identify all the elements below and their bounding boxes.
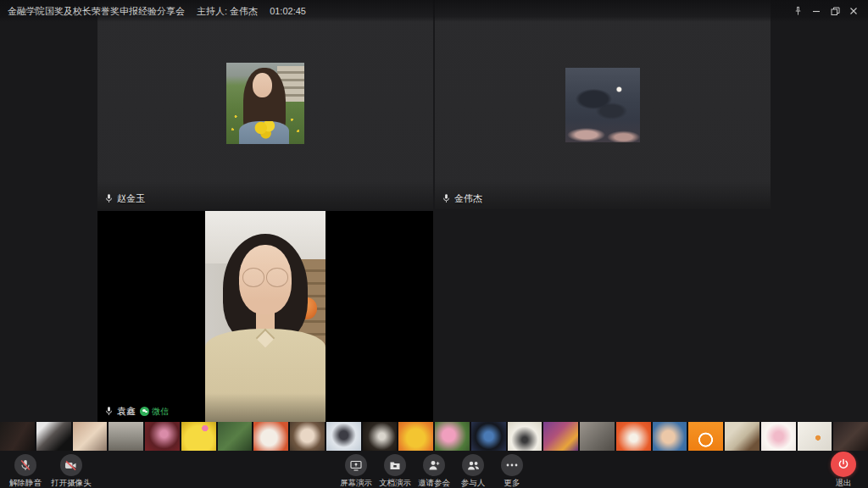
more-icon: [506, 463, 518, 467]
avatar-face-detail: [253, 73, 272, 97]
doc-share-icon: [389, 460, 401, 471]
participant-name-tag: 金伟杰: [442, 192, 482, 205]
meeting-duration: 01:02:45: [270, 6, 306, 16]
screen-share-button[interactable]: 屏幕演示: [337, 452, 375, 488]
meeting-window: 赵金玉 金伟杰: [0, 0, 868, 488]
close-button[interactable]: [844, 3, 863, 19]
thumb-laughing-emoji-avatar[interactable]: [398, 422, 433, 451]
minimize-button[interactable]: [807, 3, 826, 19]
avatar-dandelions-detail: [254, 121, 276, 139]
doc-share-label: 文档演示: [379, 478, 411, 488]
meeting-title: 金融学院国奖及校长荣誉奖申报经验分享会: [8, 5, 185, 18]
avatar-jinweijie-night-sky: [565, 68, 640, 142]
thumb-portrait-avatar[interactable]: [73, 422, 108, 451]
wechat-icon: [140, 407, 149, 416]
thumb-yellow-emoji-bow-avatar[interactable]: [181, 422, 216, 451]
participants-label: 参与人: [461, 478, 486, 488]
thumb-masked-person-avatar[interactable]: [363, 422, 398, 451]
thumb-earth-avatar[interactable]: [471, 422, 506, 451]
mic-on-icon: [105, 193, 113, 204]
video-tile-jinweijie[interactable]: 金伟杰: [435, 0, 771, 209]
participant-name-tag: 袁鑫 微信: [105, 405, 169, 418]
minimize-icon: [812, 7, 821, 15]
more-label: 更多: [504, 478, 520, 488]
thumb-woman-blue-avatar[interactable]: [653, 422, 687, 451]
thumb-blurry-portrait-avatar[interactable]: [580, 422, 615, 451]
screen-share-label: 屏幕演示: [340, 478, 372, 488]
mic-on-icon: [442, 193, 450, 204]
video-glasses-detail: [242, 268, 288, 286]
camera-off-icon: [64, 460, 77, 471]
thumb-snow-portrait-avatar[interactable]: [326, 422, 361, 451]
bottom-toolbar: 解除静音 打开摄像头: [0, 451, 868, 488]
more-button[interactable]: 更多: [493, 452, 531, 488]
open-camera-button[interactable]: 打开摄像头: [49, 452, 93, 488]
thumb-pumpkin-line-avatar[interactable]: [688, 422, 723, 451]
participant-name: 袁鑫: [117, 405, 136, 418]
video-shirt-detail: [205, 329, 326, 422]
toolbar-center-group: 屏幕演示 文档演示 邀: [337, 452, 531, 488]
thumb-pink-cat-drawing-avatar[interactable]: [761, 422, 796, 451]
close-icon: [849, 7, 858, 15]
participant-name: 赵金玉: [117, 192, 145, 205]
doc-share-button[interactable]: 文档演示: [376, 452, 414, 488]
invite-button[interactable]: 邀请参会: [415, 452, 453, 488]
thumb-sheet-music-avatar[interactable]: [725, 422, 760, 451]
video-tile-zhaojinyu[interactable]: 赵金玉: [97, 0, 433, 209]
unmute-label: 解除静音: [9, 478, 42, 488]
toolbar-left-group: 解除静音 打开摄像头: [7, 452, 93, 488]
mic-on-icon: [105, 406, 113, 417]
window-controls: [788, 3, 863, 19]
video-collar-detail: [256, 328, 275, 347]
thumb-orange-cartoon-avatar[interactable]: [616, 422, 651, 451]
invite-icon: [428, 459, 440, 471]
webcam-video-yuanxin: [205, 211, 326, 422]
thumb-goose-drawing-avatar[interactable]: [798, 422, 832, 451]
titlebar: 金融学院国奖及校长荣誉奖申报经验分享会 主持人: 金伟杰 01:02:45: [0, 0, 868, 22]
thumb-light-silhouette-avatar[interactable]: [508, 422, 542, 451]
thumb-dark-portrait-avatar[interactable]: [833, 422, 868, 451]
thumb-dark-room-avatar[interactable]: [0, 422, 35, 451]
exit-meeting-button[interactable]: 退出: [831, 452, 856, 488]
maximize-button[interactable]: [826, 3, 844, 19]
open-camera-label: 打开摄像头: [51, 478, 92, 488]
wechat-badge-label: 微信: [152, 406, 169, 418]
maximize-restore-icon: [831, 7, 840, 16]
participant-name: 金伟杰: [454, 192, 482, 205]
exit-label: 退出: [836, 478, 852, 488]
screen-share-icon: [350, 460, 362, 471]
wechat-source-badge: 微信: [140, 406, 169, 418]
mic-off-icon: [19, 459, 31, 472]
thumb-forest-avatar[interactable]: [218, 422, 253, 451]
video-tile-yuanxin[interactable]: 袁鑫 微信: [97, 211, 433, 422]
thumb-hearts-purple-avatar[interactable]: [543, 422, 578, 451]
avatar-zhaojinyu: [226, 63, 304, 144]
meeting-host: 主持人: 金伟杰: [197, 5, 258, 18]
power-icon: [837, 458, 849, 470]
invite-label: 邀请参会: [418, 478, 450, 488]
participants-icon: [467, 460, 480, 471]
unmute-button[interactable]: 解除静音: [7, 452, 44, 488]
pin-icon: [793, 6, 803, 16]
pin-button[interactable]: [788, 3, 807, 19]
participant-strip: [0, 422, 868, 451]
thumb-bw-anime-avatar[interactable]: [36, 422, 71, 451]
thumb-lotus-avatar[interactable]: [435, 422, 470, 451]
participant-name-tag: 赵金玉: [105, 192, 145, 205]
thumb-pink-hat-avatar[interactable]: [145, 422, 180, 451]
thumb-anime-boy-avatar[interactable]: [290, 422, 325, 451]
thumb-cat-avatar[interactable]: [108, 422, 143, 451]
thumb-white-cat-orange-avatar[interactable]: [253, 422, 288, 451]
participants-button[interactable]: 参与人: [454, 452, 492, 488]
